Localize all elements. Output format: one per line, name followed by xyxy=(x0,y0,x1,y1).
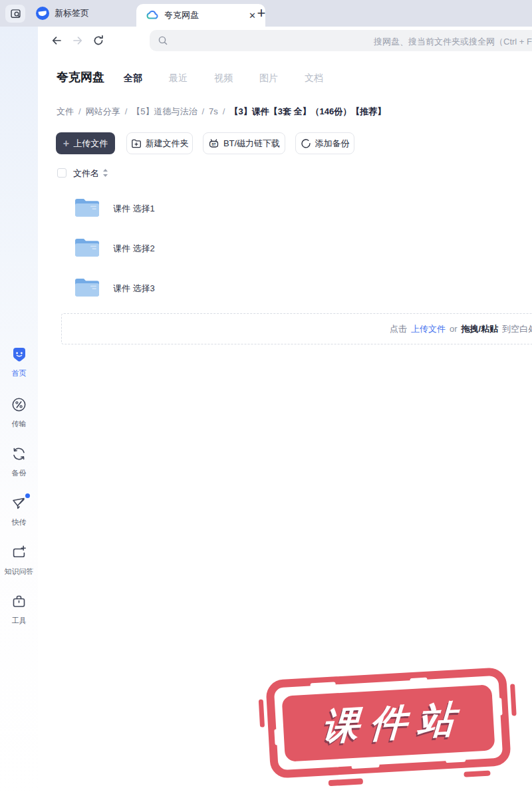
svg-text:BT: BT xyxy=(211,142,215,146)
plus-icon: + xyxy=(63,138,69,149)
sidebar-item-backup[interactable]: 备份 xyxy=(0,446,38,478)
folder-icon xyxy=(74,236,100,259)
forward-icon[interactable] xyxy=(72,35,84,47)
breadcrumb-separator: / xyxy=(78,106,81,116)
folder-icon xyxy=(74,276,100,299)
add-backup-button[interactable]: 添加备份 xyxy=(295,132,354,154)
dropzone-hint: 点击上传文件or拖拽/粘贴到空白处 xyxy=(390,323,532,335)
bt-magnet-icon: BT xyxy=(208,138,219,149)
search-input[interactable]: 搜网盘、搜当前文件夹或搜全网（Ctrl + F xyxy=(150,30,532,51)
tab-image[interactable]: 图片 xyxy=(259,72,278,84)
navigation-bar: 搜网盘、搜当前文件夹或搜全网（Ctrl + F xyxy=(38,27,532,55)
file-row[interactable]: 课件 选择3 xyxy=(38,268,532,308)
quick-send-icon xyxy=(11,495,28,512)
sidebar-item-quick-send[interactable]: 快传 xyxy=(0,495,38,527)
new-folder-button[interactable]: 新建文件夹 xyxy=(126,132,193,154)
notification-dot xyxy=(25,493,30,498)
quark-drive-cloud-icon xyxy=(146,9,159,22)
sidebar-item-label: 知识问答 xyxy=(0,567,38,577)
home-smile-icon xyxy=(11,346,28,363)
file-row[interactable]: 课件 选择1 xyxy=(38,188,532,228)
browser-tab-bar: 新标签页 夸克网盘 ✕ + xyxy=(0,0,532,27)
bt-download-button[interactable]: BT BT/磁力链下载 xyxy=(203,132,285,154)
upload-file-button[interactable]: + 上传文件 xyxy=(56,132,115,154)
bt-download-label: BT/磁力链下载 xyxy=(223,138,280,150)
upload-file-label: 上传文件 xyxy=(73,138,108,150)
tab-search-icon xyxy=(10,8,21,19)
back-icon[interactable] xyxy=(51,35,63,47)
toolbox-icon xyxy=(11,593,27,610)
knowledge-qa-icon xyxy=(11,544,27,561)
sidebar-item-label: 传输 xyxy=(0,419,38,429)
quark-browser-logo-icon xyxy=(36,7,49,20)
dropzone-drag-text: 拖拽/粘贴 xyxy=(462,324,499,334)
backup-circle-icon xyxy=(301,138,311,149)
breadcrumb-item[interactable]: 【5】道德与法治 xyxy=(132,106,197,116)
sort-icon[interactable] xyxy=(102,168,108,178)
page-title: 夸克网盘 xyxy=(57,69,104,85)
sidebar-item-tools[interactable]: 工具 xyxy=(0,593,38,626)
sidebar-item-label: 首页 xyxy=(0,368,38,378)
kejianzhan-stamp: 课件站 xyxy=(265,667,511,779)
dropzone-upload-link[interactable]: 上传文件 xyxy=(411,324,446,334)
tab-document[interactable]: 文档 xyxy=(305,72,323,84)
refresh-icon[interactable] xyxy=(92,35,104,47)
folder-icon xyxy=(74,196,100,219)
dropzone-click-text: 点击 xyxy=(390,324,407,334)
breadcrumb-item[interactable]: 网站分享 xyxy=(86,106,120,116)
folder-name: 课件 选择2 xyxy=(113,243,155,255)
sidebar-item-label: 工具 xyxy=(0,616,38,626)
browser-window: 新标签页 夸克网盘 ✕ + xyxy=(0,0,532,798)
sidebar-item-home[interactable]: 首页 xyxy=(0,346,38,378)
folder-name: 课件 选择3 xyxy=(113,283,155,295)
breadcrumb-separator: / xyxy=(223,106,225,116)
sidebar-item-knowledge-qa[interactable]: 知识问答 xyxy=(0,544,38,577)
breadcrumb-separator: / xyxy=(201,106,204,116)
tab-recent[interactable]: 最近 xyxy=(169,72,188,84)
breadcrumb-item[interactable]: 7s xyxy=(209,106,218,116)
tab-label: 新标签页 xyxy=(55,7,89,19)
new-folder-icon xyxy=(131,138,142,149)
breadcrumb-separator: / xyxy=(125,106,128,116)
folder-name: 课件 选择1 xyxy=(113,203,155,215)
file-row[interactable]: 课件 选择2 xyxy=(38,228,532,268)
sidebar-item-transfer[interactable]: 传输 xyxy=(0,396,38,429)
sync-arrows-icon xyxy=(11,446,27,463)
upload-dropzone[interactable]: 点击上传文件or拖拽/粘贴到空白处 xyxy=(61,313,532,344)
tab-new-page[interactable]: 新标签页 xyxy=(29,0,96,27)
stamp-body: 课件站 xyxy=(282,684,495,761)
file-list-header: 文件名 xyxy=(38,166,532,185)
tab-video[interactable]: 视频 xyxy=(214,72,233,84)
sidebar-item-label: 快传 xyxy=(0,517,38,527)
breadcrumb-current: 【3】课件【3套 全】（146份）【推荐】 xyxy=(229,106,386,116)
sidebar: 首页 传输 备份 xyxy=(0,27,38,798)
new-tab-button[interactable]: + xyxy=(251,3,271,23)
new-folder-label: 新建文件夹 xyxy=(146,138,189,150)
add-backup-label: 添加备份 xyxy=(315,138,350,150)
dropzone-target-text: 到空白处 xyxy=(502,324,532,334)
sidebar-item-label: 备份 xyxy=(0,468,38,478)
tab-all[interactable]: 全部 xyxy=(124,72,142,84)
breadcrumb-item[interactable]: 文件 xyxy=(57,106,74,116)
tab-label: 夸克网盘 xyxy=(164,9,199,21)
breadcrumb: 文件/网站分享/【5】道德与法治/7s/【3】课件【3套 全】（146份）【推荐… xyxy=(57,106,386,118)
transfer-icon xyxy=(11,396,27,414)
tab-quark-drive[interactable]: 夸克网盘 ✕ xyxy=(136,4,265,27)
dropzone-or-text: or xyxy=(450,324,458,334)
select-all-checkbox[interactable] xyxy=(57,168,66,178)
stamp-text: 课件站 xyxy=(310,694,466,753)
search-placeholder: 搜网盘、搜当前文件夹或搜全网（Ctrl + F xyxy=(374,36,532,48)
search-icon xyxy=(158,35,168,46)
filename-column-header: 文件名 xyxy=(73,168,99,180)
tab-search-button[interactable] xyxy=(5,5,25,23)
